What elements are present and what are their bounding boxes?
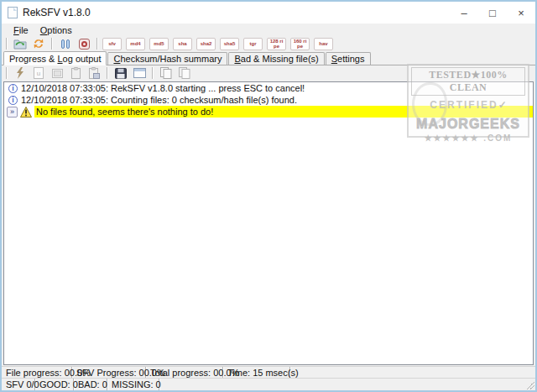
toolbar-separator (6, 38, 8, 50)
toolbar-separator (96, 38, 98, 50)
tab-strip: Progress & Log output Checksum/Hash summ… (2, 51, 535, 65)
window-title: RekSFV v1.8.0 (23, 7, 91, 18)
stop-button[interactable] (76, 37, 92, 51)
log-row[interactable]: i 12/10/2018 07:33:05: Counting files: 0… (4, 94, 533, 106)
good-count-panel: GOOD: 0 (35, 379, 74, 390)
close-button-icon[interactable]: × (507, 2, 535, 24)
window-icon (133, 68, 146, 78)
sfv-count-panel: SFV 0/0 (2, 379, 35, 390)
menu-file[interactable]: File (8, 25, 34, 35)
caption-buttons: – □ × (450, 2, 535, 24)
app-icon (8, 7, 18, 18)
warning-text: No files found, seems there's nothing to… (34, 106, 533, 118)
log-text: 12/10/2018 07:33:05: RekSFV v1.8.0 start… (21, 83, 305, 93)
copy-all-icon (179, 67, 190, 79)
main-toolbar: sfv md4 md5 sha sha2 sha5 tgr 128 ripe 1… (2, 36, 535, 51)
page-u-icon: u (34, 67, 44, 79)
scan-folder-icon (13, 38, 28, 50)
copy-all-button[interactable] (176, 66, 193, 81)
tab-progress-log[interactable]: Progress & Log output (3, 51, 107, 65)
save-button[interactable] (112, 66, 129, 81)
sfv-progress-panel: SFV Progress: 00.0% (72, 367, 146, 378)
expand-button[interactable]: » (7, 107, 18, 118)
clipboard-save-icon (89, 67, 100, 79)
copy-line-button[interactable] (158, 66, 175, 81)
paste-button[interactable] (67, 66, 84, 81)
time-panel: Time: 15 msec(s) (223, 367, 290, 378)
save-floppy-icon (115, 68, 127, 79)
save-clipboard-button[interactable] (86, 66, 102, 81)
hash-button-sha2[interactable]: sha2 (196, 38, 216, 50)
warning-icon (20, 107, 32, 118)
info-icon: i (8, 96, 18, 105)
hash-button-md4[interactable]: md4 (126, 38, 145, 50)
menu-bar: File Options (2, 24, 535, 36)
scan-folder-button[interactable] (12, 37, 29, 51)
copy-icon (160, 67, 172, 79)
page-icon (52, 68, 63, 79)
clipboard-icon (71, 67, 81, 79)
status-filler-panel (290, 367, 535, 378)
log-text: 12/10/2018 07:33:05: Counting files: 0 c… (21, 95, 297, 105)
hash-button-sfv[interactable]: sfv (102, 38, 122, 50)
run-button[interactable] (12, 66, 29, 81)
resize-grip[interactable] (526, 381, 534, 389)
log-output-list[interactable]: i 12/10/2018 07:33:05: RekSFV v1.8.0 sta… (3, 81, 534, 365)
toolbar-separator (152, 67, 154, 79)
menu-options[interactable]: Options (34, 25, 78, 35)
stop-icon (79, 39, 90, 50)
toolbar-separator (51, 38, 53, 50)
lightning-icon (16, 67, 24, 79)
open-url-button[interactable]: u (30, 66, 47, 81)
hash-button-md5[interactable]: md5 (149, 38, 169, 50)
total-progress-panel: Total progress: 00.0% (146, 367, 223, 378)
pause-icon (61, 39, 70, 49)
hash-button-tgr[interactable]: tgr (243, 38, 263, 50)
title-bar: RekSFV v1.8.0 – □ × (2, 2, 535, 24)
log-row[interactable]: i 12/10/2018 07:33:05: RekSFV v1.8.0 sta… (4, 82, 533, 94)
status-filler-panel (159, 379, 535, 390)
tab-bad-missing[interactable]: Bad & Missing file(s) (228, 52, 324, 65)
hash-button-ripe128[interactable]: 128 ripe (267, 38, 286, 50)
toolbar-separator (6, 67, 8, 79)
svg-text:u: u (37, 70, 40, 77)
app-window: RekSFV v1.8.0 – □ × File Options (0, 0, 537, 392)
missing-count-panel: MISSING: 0 (107, 379, 159, 390)
file-progress-panel: File progress: 00.0% (2, 367, 72, 378)
hash-button-ripe160[interactable]: 160 ripe (290, 38, 310, 50)
window-view-button[interactable] (131, 66, 148, 81)
refresh-button[interactable] (30, 37, 47, 51)
hash-button-hav[interactable]: hav (314, 38, 333, 50)
hash-button-sha5[interactable]: sha5 (220, 38, 239, 50)
maximize-button-icon[interactable]: □ (478, 2, 507, 24)
refresh-icon (33, 38, 44, 50)
log-toolbar: u (2, 65, 535, 81)
info-icon: i (8, 84, 18, 93)
toolbar-separator (107, 67, 108, 79)
open-log-button[interactable] (49, 66, 65, 81)
progress-status-bar: File progress: 00.0% SFV Progress: 00.0%… (2, 366, 535, 378)
counts-status-bar: SFV 0/0 GOOD: 0 BAD: 0 MISSING: 0 (2, 378, 535, 390)
bad-count-panel: BAD: 0 (74, 379, 107, 390)
minimize-button-icon[interactable]: – (450, 2, 478, 24)
pause-button[interactable] (57, 37, 74, 51)
tab-settings[interactable]: Settings (326, 52, 371, 65)
log-row-warning[interactable]: » No files found, seems there's nothing … (4, 106, 533, 118)
hash-button-sha[interactable]: sha (173, 38, 192, 50)
tab-checksum-summary[interactable]: Checksum/Hash summary (107, 52, 227, 65)
